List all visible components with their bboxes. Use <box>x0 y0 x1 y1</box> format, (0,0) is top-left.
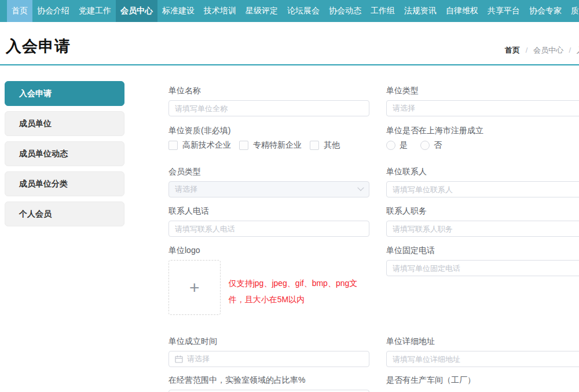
checkbox-icon[interactable] <box>239 141 248 150</box>
lab-ratio-input[interactable] <box>168 390 369 392</box>
contact-phone-input[interactable] <box>168 221 369 237</box>
logo-upload-dropzone[interactable]: + <box>168 260 221 315</box>
nav-item-association-intro[interactable]: 协会介绍 <box>32 0 74 22</box>
checkbox-label: 其他 <box>324 140 340 151</box>
established-date-picker[interactable]: 请选择 <box>168 351 369 367</box>
nav-item-experts[interactable]: 协会专家 <box>525 0 566 22</box>
nav-item-forum-expo[interactable]: 论坛展会 <box>283 0 324 22</box>
radio-label: 否 <box>434 140 442 151</box>
unit-tel-input[interactable] <box>386 260 579 276</box>
checkbox-high-tech-enterprise[interactable]: 高新技术企业 <box>168 140 231 151</box>
checkbox-other[interactable]: 其他 <box>310 140 340 151</box>
contact-title-label: 联系人职务 <box>386 205 579 217</box>
checkbox-icon[interactable] <box>310 141 319 150</box>
unit-tel-label: 单位固定电话 <box>386 244 579 256</box>
chevron-down-icon <box>357 185 364 191</box>
membership-application-form: 单位名称 单位类型 请选择 单位资质(非必填) 高新技术企业 专精特新企业 <box>168 85 579 392</box>
checkbox-label: 高新技术企业 <box>182 140 231 151</box>
breadcrumb-home[interactable]: 首页 <box>505 46 520 54</box>
radio-yes[interactable]: 是 <box>386 140 408 151</box>
page-header: 入会申请 首页 / 会员中心 / 入会申请 <box>0 22 579 65</box>
sidebar-item-member-unit-categories[interactable]: 成员单位分类 <box>5 171 124 196</box>
nav-item-quality-service[interactable]: 质量服务 <box>566 0 579 22</box>
unit-contact-input[interactable] <box>386 181 579 197</box>
unit-type-select[interactable]: 请选择 <box>386 100 579 116</box>
contact-title-input[interactable] <box>386 221 579 237</box>
unit-logo-label: 单位logo <box>168 244 369 256</box>
breadcrumb-member-center[interactable]: 会员中心 <box>533 46 563 54</box>
sidebar: 入会申请 成员单位 成员单位动态 成员单位分类 个人会员 <box>5 81 124 232</box>
sidebar-item-membership-application[interactable]: 入会申请 <box>5 81 124 106</box>
unit-type-placeholder: 请选择 <box>393 103 415 113</box>
nav-item-sharing-platform[interactable]: 共享平台 <box>483 0 525 22</box>
radio-label: 是 <box>400 140 408 151</box>
member-type-select[interactable]: 请选择 <box>168 181 369 197</box>
member-type-placeholder: 请选择 <box>175 184 197 195</box>
unit-contact-label: 单位联系人 <box>386 166 579 177</box>
unit-qualification-label: 单位资质(非必填) <box>168 124 369 136</box>
breadcrumb-separator: / <box>526 46 528 54</box>
unit-type-label: 单位类型 <box>386 85 579 96</box>
radio-icon[interactable] <box>386 141 395 150</box>
breadcrumb-separator: / <box>569 46 571 54</box>
nav-item-association-news[interactable]: 协会动态 <box>324 0 366 22</box>
nav-item-training[interactable]: 技术培训 <box>199 0 241 22</box>
unit-address-label: 单位详细地址 <box>386 335 579 347</box>
breadcrumb: 首页 / 会员中心 / 入会申请 <box>505 45 579 56</box>
established-date-label: 单位成立时间 <box>168 335 369 347</box>
nav-item-party-building[interactable]: 党建工作 <box>74 0 116 22</box>
page-title: 入会申请 <box>6 36 71 57</box>
nav-item-member-center[interactable]: 会员中心 <box>116 0 157 22</box>
established-date-placeholder: 请选择 <box>187 354 210 364</box>
logo-upload-hint: 仅支持jpg、jpeg、gif、bmp、png文件，且大小在5M以内 <box>229 275 369 307</box>
breadcrumb-current: 入会申请 <box>577 46 579 54</box>
top-nav: 首页 协会介绍 党建工作 会员中心 标准建设 技术培训 星级评定 论坛展会 协会… <box>0 0 579 22</box>
nav-item-regulations[interactable]: 法规资讯 <box>400 0 441 22</box>
sidebar-item-member-unit-news[interactable]: 成员单位动态 <box>5 141 124 166</box>
nav-item-standards[interactable]: 标准建设 <box>157 0 199 22</box>
lab-ratio-label: 在经营范围中，实验室领域的占比率% <box>168 374 369 386</box>
sidebar-item-member-units[interactable]: 成员单位 <box>5 111 124 136</box>
member-type-label: 会员类型 <box>168 166 369 177</box>
has-factory-label: 是否有生产车间（工厂） <box>386 374 579 386</box>
radio-no[interactable]: 否 <box>420 140 442 151</box>
registered-in-shanghai-label: 单位是否在上海市注册成立 <box>386 124 579 136</box>
checkbox-icon[interactable] <box>168 141 178 150</box>
checkbox-specialized-new-enterprise[interactable]: 专精特新企业 <box>239 140 302 151</box>
nav-item-home[interactable]: 首页 <box>7 0 32 22</box>
checkbox-label: 专精特新企业 <box>253 140 302 151</box>
nav-item-star-rating[interactable]: 星级评定 <box>241 0 283 22</box>
radio-icon[interactable] <box>420 141 430 150</box>
unit-name-label: 单位名称 <box>168 85 369 96</box>
unit-name-input[interactable] <box>168 100 369 116</box>
nav-item-self-discipline[interactable]: 自律维权 <box>441 0 483 22</box>
sidebar-item-individual-members[interactable]: 个人会员 <box>5 202 124 226</box>
plus-icon: + <box>189 279 200 296</box>
calendar-icon <box>175 355 183 363</box>
unit-address-input[interactable] <box>386 351 579 367</box>
contact-phone-label: 联系人电话 <box>168 205 369 217</box>
nav-item-workgroup[interactable]: 工作组 <box>366 0 400 22</box>
